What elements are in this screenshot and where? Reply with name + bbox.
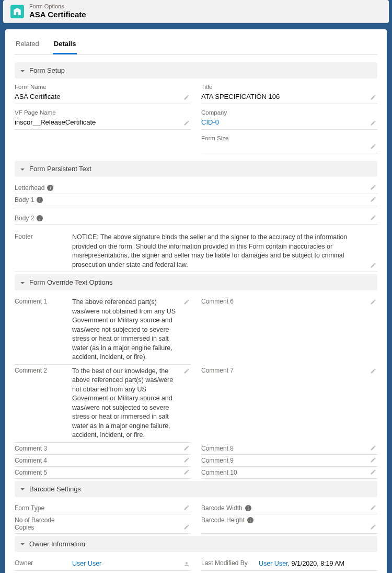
field-title: Title ATA SPECIFICATION 106	[201, 84, 377, 104]
field-vf-page: VF Page Name inscor__ReleaseCertificate	[15, 109, 191, 130]
page-title: ASA Certificate	[29, 10, 86, 19]
pencil-icon[interactable]	[183, 120, 190, 126]
pencil-icon[interactable]	[370, 299, 376, 305]
pencil-icon[interactable]	[370, 469, 376, 475]
pencil-icon[interactable]	[370, 215, 376, 221]
form-options-icon	[10, 5, 24, 18]
info-icon[interactable]: i	[37, 197, 43, 203]
field-body2: Body 2i	[15, 212, 377, 224]
field-barcode-copies: No of Barcode Copies	[15, 514, 191, 534]
pencil-icon[interactable]	[370, 445, 376, 451]
page-header: Form Options ASA Certificate	[3, 0, 389, 23]
pencil-icon[interactable]	[370, 143, 376, 150]
section-barcode[interactable]: Barcode Settings	[15, 481, 377, 497]
pencil-icon[interactable]	[183, 524, 190, 530]
field-last-modified: Last Modified By User User, 9/1/2020, 8:…	[201, 557, 377, 571]
pencil-icon[interactable]	[370, 184, 376, 190]
pencil-icon[interactable]	[370, 262, 376, 268]
field-comment7: Comment 7	[201, 365, 377, 443]
field-barcode-height: Barcode Heighti	[201, 514, 377, 534]
field-created-by: Created By User User, 9/1/2020, 8:19 AM	[15, 571, 191, 573]
pencil-icon[interactable]	[183, 94, 190, 100]
tabs: Related Details	[15, 35, 377, 55]
field-comment6: Comment 6	[201, 296, 377, 365]
pencil-icon[interactable]	[370, 196, 376, 203]
field-comment10: Comment 10	[201, 467, 377, 479]
pencil-icon[interactable]	[370, 368, 376, 374]
info-icon[interactable]: i	[47, 185, 53, 191]
pencil-icon[interactable]	[183, 368, 190, 374]
info-icon[interactable]: i	[245, 505, 251, 511]
pencil-icon[interactable]	[183, 469, 190, 475]
pencil-icon[interactable]	[183, 504, 190, 511]
pencil-icon[interactable]	[370, 120, 376, 126]
chevron-down-icon	[20, 68, 25, 73]
field-comment4: Comment 4	[15, 455, 191, 467]
pencil-icon[interactable]	[183, 445, 190, 451]
pencil-icon[interactable]	[370, 504, 376, 511]
info-icon[interactable]: i	[247, 517, 253, 523]
field-owner: Owner User User	[15, 557, 191, 571]
modified-user-link[interactable]: User User	[259, 560, 288, 567]
field-letterhead: Letterheadi	[15, 182, 377, 194]
pencil-icon[interactable]	[370, 524, 376, 530]
field-comment1: Comment 1 The above referenced part(s) w…	[15, 296, 191, 365]
field-comment8: Comment 8	[201, 443, 377, 455]
pencil-icon[interactable]	[183, 457, 190, 463]
pencil-icon[interactable]	[370, 94, 376, 100]
field-comment9: Comment 9	[201, 455, 377, 467]
company-link[interactable]: CID-0	[201, 118, 219, 126]
field-form-type: Form Type	[15, 502, 191, 514]
page-kicker: Form Options	[29, 3, 86, 10]
section-form-setup[interactable]: Form Setup	[15, 62, 377, 78]
field-comment3: Comment 3	[15, 443, 191, 455]
chevron-down-icon	[20, 486, 25, 491]
field-comment2: Comment 2 To the best of our knowledge, …	[15, 365, 191, 443]
pencil-icon[interactable]	[370, 457, 376, 463]
details-card: Related Details Form Setup Form Name ASA…	[5, 29, 387, 573]
owner-user-link[interactable]: User User	[72, 560, 101, 567]
field-body1: Body 1i	[15, 194, 377, 206]
field-form-size: Form Size	[201, 135, 377, 153]
chevron-down-icon	[20, 280, 25, 285]
info-icon[interactable]: i	[37, 215, 43, 221]
chevron-down-icon	[20, 541, 25, 546]
field-company: Company CID-0	[201, 109, 377, 130]
field-comment5: Comment 5	[15, 467, 191, 479]
field-form-name: Form Name ASA Certificate	[15, 84, 191, 104]
tab-details[interactable]: Details	[53, 35, 77, 54]
pencil-icon[interactable]	[183, 299, 190, 305]
section-override[interactable]: Form Override Text Options	[15, 274, 377, 290]
field-footer: Footer NOTICE: The above signature binds…	[15, 231, 377, 272]
section-persistent-text[interactable]: Form Persistent Text	[15, 161, 377, 177]
chevron-down-icon	[20, 166, 25, 172]
section-owner[interactable]: Owner Information	[15, 536, 377, 552]
tab-related[interactable]: Related	[15, 35, 40, 54]
change-owner-icon[interactable]	[183, 561, 190, 567]
field-barcode-width: Barcode Widthi	[201, 502, 377, 514]
